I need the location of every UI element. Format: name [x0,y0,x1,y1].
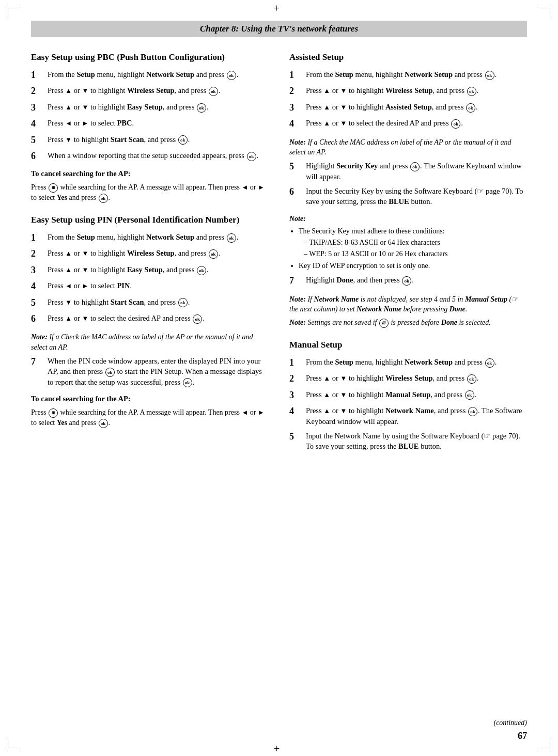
step-content: Press ▲ or ▼ to highlight Wireless Setup… [48,85,269,96]
note-sub-1: TKIP/AES: 8-63 ASCII or 64 Hex character… [304,238,527,248]
note-sub-2: WEP: 5 or 13 ASCII or 10 or 26 Hex chara… [304,249,527,259]
chapter-title: Chapter 8: Using the TV's network featur… [200,24,358,34]
continued-label: (continued) [493,719,527,727]
ok-icon: ok [183,378,192,387]
ok-icon: ok [467,374,476,384]
ok-icon: ok [193,314,202,324]
menu-icon: ⊞ [379,319,389,328]
step-4-5: 5 Input the Network Name by using the So… [289,431,527,452]
step-3-7: 7 Highlight Done, and then press ok. [289,275,527,287]
ok-icon: ok [197,103,206,113]
crosshair-top [274,3,284,13]
step-3-4: 4 Press ▲ or ▼ to select the desired AP … [289,118,527,130]
cancel-text-2: Press ⊞ while searching for the AP. A me… [31,407,269,428]
step-4-3: 3 Press ▲ or ▼ to highlight Manual Setup… [289,389,527,401]
step-content: Press ▲ or ▼ to highlight Wireless Setup… [306,85,527,96]
note-network-name: Note: If Network Name is not displayed, … [289,294,527,314]
step-2-7: 7 When the PIN code window appears, ente… [31,356,269,388]
page-container: Chapter 8: Using the TV's network featur… [0,0,558,756]
step-content: Press ◄ or ► to select PBC. [48,118,269,128]
step-num: 5 [289,431,304,443]
note-security-key: Note: The Security Key must adhere to th… [289,214,527,271]
step-content: Press ▼ to highlight Start Scan, and pre… [48,134,269,145]
step-2-2: 2 Press ▲ or ▼ to highlight Wireless Set… [31,248,269,260]
note-mac-check-pin: Note: If a Check the MAC address on labe… [31,332,269,352]
step-content: From the Setup menu, highlight Network S… [48,69,269,80]
section3-steps-5-7: 5 Highlight Security Key and press ok. T… [289,161,527,207]
step-1-1: 1 From the Setup menu, highlight Network… [31,69,269,81]
step-4-1: 1 From the Setup menu, highlight Network… [289,357,527,369]
page-number: 67 [518,731,527,742]
step-num: 7 [31,356,45,368]
ok-icon: ok [209,87,218,96]
step-2-6: 6 Press ▲ or ▼ to select the desired AP … [31,313,269,325]
ok-icon: ok [178,135,188,145]
step-content: When the PIN code window appears, enter … [48,356,269,388]
step-num: 2 [289,373,304,385]
step-1-3: 3 Press ▲ or ▼ to highlight Easy Setup, … [31,102,269,114]
right-column: Assisted Setup 1 From the Setup menu, hi… [289,52,527,459]
step-content: Press ▼ to highlight Start Scan, and pre… [48,297,269,308]
section3-steps: 1 From the Setup menu, highlight Network… [289,69,527,130]
step-2-5: 5 Press ▼ to highlight Start Scan, and p… [31,297,269,309]
ok-icon: ok [227,71,236,80]
section4-steps: 1 From the Setup menu, highlight Network… [289,357,527,452]
ok-icon: ok [178,298,188,307]
section4-title: Manual Setup [289,339,527,351]
step-num: 7 [289,275,304,287]
ok-icon: ok [247,152,256,161]
ok-icon: ok [485,71,494,80]
step-num: 1 [289,69,304,81]
step-content: Press ▲ or ▼ to highlight Assisted Setup… [306,102,527,113]
step-content: Press ◄ or ► to select PIN. [48,280,269,291]
step-num: 1 [31,69,45,81]
step-3-1: 1 From the Setup menu, highlight Network… [289,69,527,81]
step-num: 3 [31,264,45,276]
step-1-6: 6 When a window reporting that the setup… [31,150,269,162]
step-num: 5 [31,134,45,146]
note-bullets: The Security Key must adhere to these co… [299,226,527,271]
step-num: 6 [31,150,45,162]
ok-icon: ok [468,407,477,416]
menu-icon: ⊞ [49,408,58,418]
section1-title: Easy Setup using PBC (Push Button Config… [31,52,269,63]
cancel-heading-2: To cancel searching for the AP: [31,395,269,403]
step-num: 6 [31,313,45,325]
step-content: Press ▲ or ▼ to highlight Network Name, … [306,405,527,427]
step-num: 2 [289,85,304,97]
ok-icon: ok [197,266,206,275]
step-num: 5 [31,297,45,309]
step-content: Press ▲ or ▼ to select the desired AP an… [306,118,527,129]
step-2-4: 4 Press ◄ or ► to select PIN. [31,280,269,292]
step-3-6: 6 Input the Security Key by using the So… [289,186,527,207]
step-2-1: 1 From the Setup menu, highlight Network… [31,232,269,244]
step-4-4: 4 Press ▲ or ▼ to highlight Network Name… [289,405,527,427]
chapter-header: Chapter 8: Using the TV's network featur… [31,21,527,37]
step-4-2: 2 Press ▲ or ▼ to highlight Wireless Set… [289,373,527,385]
step-num: 4 [31,280,45,292]
step-content: From the Setup menu, highlight Network S… [306,357,527,368]
step-num: 2 [31,248,45,260]
ok-icon: ok [467,87,476,96]
ok-icon: ok [465,390,474,400]
menu-icon: ⊞ [49,183,58,193]
step-content: From the Setup menu, highlight Network S… [306,69,527,80]
step-2-3: 3 Press ▲ or ▼ to highlight Easy Setup, … [31,264,269,276]
step-num: 5 [289,161,304,172]
note-settings-saved: Note: Settings are not saved if ⊞ is pre… [289,318,527,328]
ok-icon: ok [227,233,236,243]
corner-tr [540,8,550,18]
step-1-4: 4 Press ◄ or ► to select PBC. [31,118,269,130]
step-content: When a window reporting that the setup s… [48,150,269,161]
ok-icon: ok [466,103,475,113]
step-content: From the Setup menu, highlight Network S… [48,232,269,243]
step-num: 3 [289,389,304,401]
section3-title: Assisted Setup [289,52,527,63]
note-mac-assisted: Note: If a Check the MAC address on labe… [289,137,527,158]
step-num: 3 [31,102,45,114]
step-content: Press ▲ or ▼ to highlight Wireless Setup… [48,248,269,259]
ok-icon: ok [99,419,108,428]
ok-icon: ok [105,368,115,377]
section1-steps: 1 From the Setup menu, highlight Network… [31,69,269,162]
crosshair-bottom [274,743,284,753]
